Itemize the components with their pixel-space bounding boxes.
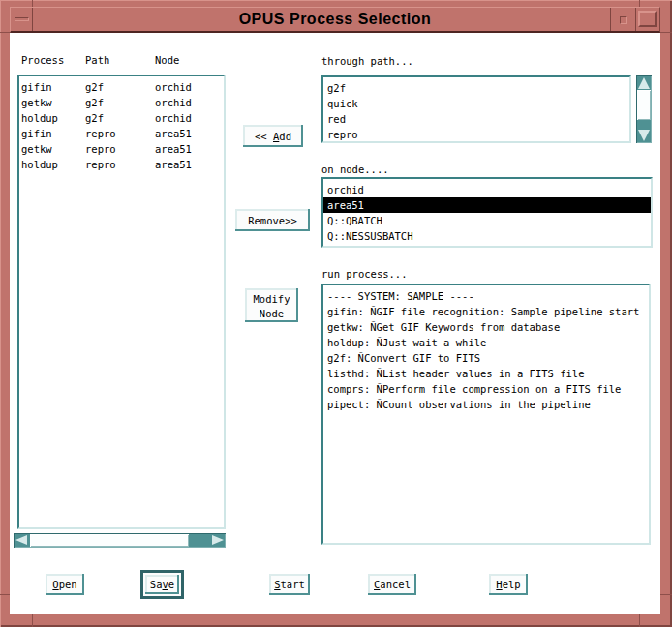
add-button[interactable]: << Add [243,125,303,147]
window: OPUS Process Selection Process Path Node… [0,0,672,627]
cell-node: area51 [155,157,192,172]
cell-node: area51 [155,141,192,157]
cell-process: holdup [21,157,85,172]
save-button-default-ring: Save [140,570,184,599]
scroll-right-arrow-icon[interactable] [212,535,224,545]
on-node-item-selected[interactable]: area51 [323,197,651,213]
cancel-button[interactable]: Cancel [368,574,416,595]
window-menu-button[interactable] [11,8,33,31]
through-path-item[interactable]: red [327,111,629,127]
cell-path: repro [85,141,155,157]
on-node-list[interactable]: orchid area51 Q::QBATCH Q::NESSUSBATCH [321,177,653,248]
open-button[interactable]: Open [46,574,84,595]
title-bar: OPUS Process Selection [10,7,660,33]
run-process-item[interactable]: pipect: ÑCount observations in the pipel… [327,397,649,412]
on-node-item[interactable]: orchid [327,182,651,197]
window-title: OPUS Process Selection [11,8,659,31]
process-row[interactable]: holdup g2f orchid [21,110,224,126]
process-row[interactable]: getkw g2f orchid [21,95,224,110]
run-process-item[interactable]: ---- SYSTEM: SAMPLE ---- [327,288,649,304]
cell-path: repro [85,157,155,172]
process-list[interactable]: gifin g2f orchid getkw g2f orchid holdup… [17,75,226,529]
run-process-item[interactable]: comprs: ÑPerform file compression on a F… [327,381,649,397]
run-process-item[interactable]: getkw: ÑGet GIF Keywords from database [327,319,649,335]
modify-node-line1: Modify [254,293,290,305]
cell-node: area51 [155,126,192,141]
cell-process: holdup [21,110,85,126]
window-menu-icon [15,17,29,21]
horizontal-scrollbar[interactable] [14,533,226,548]
through-path-list[interactable]: g2f quick red repro [321,75,631,143]
cell-path: g2f [85,95,155,110]
frame-notch [0,594,10,595]
frame-notch [0,32,10,33]
start-button[interactable]: Start [269,574,310,595]
cell-node: orchid [155,95,192,110]
vertical-scrollbar-thumb[interactable] [637,90,651,120]
run-process-list[interactable]: ---- SYSTEM: SAMPLE ---- gifin: ÑGIF fil… [321,284,651,545]
cell-process: getkw [21,141,85,157]
frame-notch [32,614,33,627]
through-path-label: through path... [321,55,413,68]
run-process-label: run process... [321,268,408,281]
header-path: Path [85,54,155,67]
header-process: Process [21,54,85,67]
dialog-content: Process Path Node gifin g2f orchid getkw… [10,33,660,614]
cell-node: orchid [155,79,192,95]
help-button[interactable]: Help [489,574,528,595]
through-path-item[interactable]: quick [327,96,629,111]
header-node: Node [155,54,179,67]
run-process-item[interactable]: gifin: ÑGIF file recognition: Sample pip… [327,304,649,319]
on-node-item[interactable]: Q::NESSUSBATCH [327,228,651,244]
run-process-item[interactable]: listhd: ÑList header values in a FITS fi… [327,366,649,381]
minimize-button[interactable] [610,8,635,31]
through-path-item[interactable]: g2f [327,80,629,96]
frame-notch [639,614,640,627]
frame-notch [660,594,672,595]
run-process-item[interactable]: holdup: ÑJust wait a while [327,335,649,350]
cell-process: gifin [21,79,85,95]
maximize-icon [638,11,657,27]
cell-path: repro [85,126,155,141]
cell-process: getkw [21,95,85,110]
save-button[interactable]: Save [145,575,179,594]
maximize-button[interactable] [635,8,659,31]
cell-node: orchid [155,110,192,126]
cell-path: g2f [85,110,155,126]
cell-process: gifin [21,126,85,141]
on-node-label: on node.... [321,164,389,176]
cell-path: g2f [85,79,155,95]
process-row[interactable]: gifin repro area51 [21,126,224,141]
frame-notch [639,0,640,7]
scroll-up-arrow-icon[interactable] [638,77,650,89]
remove-button[interactable]: Remove>> [235,209,310,231]
process-row[interactable]: holdup repro area51 [21,157,224,172]
modify-node-button[interactable]: ModifyNode [245,288,298,322]
frame-notch [660,32,672,33]
process-table-header: Process Path Node [17,54,179,67]
process-row[interactable]: getkw repro area51 [21,141,224,157]
process-row[interactable]: gifin g2f orchid [21,79,224,95]
through-path-item[interactable]: repro [327,127,629,142]
scroll-down-arrow-icon[interactable] [638,130,650,141]
on-node-item[interactable]: Q::QBATCH [327,213,651,228]
scroll-left-arrow-icon[interactable] [15,535,27,545]
run-process-item[interactable]: g2f: ÑConvert GIF to FITS [327,350,649,366]
modify-node-line2: Node [260,308,284,319]
minimize-icon [620,16,627,24]
horizontal-scrollbar-thumb[interactable] [30,534,189,547]
vertical-scrollbar[interactable] [636,75,652,143]
frame-notch [32,0,33,7]
